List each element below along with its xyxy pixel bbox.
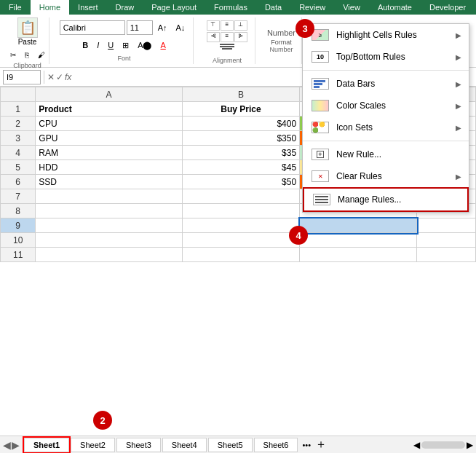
cut-button[interactable]: ✂ [7,47,20,62]
border-button[interactable]: ⊞ [119,38,132,52]
cell-c1[interactable]: Sell Price [300,102,417,117]
sheet-tab-sheet6[interactable]: Sheet6 [254,438,298,452]
cell-d10[interactable] [417,233,476,248]
cell-d5[interactable] [417,160,476,175]
cell-a8[interactable] [36,204,183,218]
tab-insert[interactable]: Insert [69,0,107,15]
cell-b2[interactable]: $400 [182,117,299,131]
conditional-formatting-button[interactable]: Conditional Formatting ▾ [314,28,429,54]
font-size-input[interactable] [127,20,153,35]
tab-view[interactable]: View [334,0,369,15]
sheet-tab-sheet3[interactable]: Sheet3 [116,438,161,452]
tab-automate[interactable]: Automate [369,0,421,15]
col-header-a[interactable]: A [36,87,183,102]
fill-color-button[interactable]: A⬤ [134,38,155,52]
cell-c7[interactable] [300,189,417,204]
align-middle-button[interactable]: ≡ [221,20,234,31]
cell-a2[interactable]: CPU [36,117,183,131]
italic-button[interactable]: I [93,38,103,52]
cell-a7[interactable] [36,189,183,204]
cell-b6[interactable]: $50 [182,175,299,189]
tab-draw[interactable]: Draw [107,0,143,15]
sheet-tab-sheet2[interactable]: Sheet2 [71,438,115,452]
tab-developer[interactable]: Developer [421,0,475,15]
font-color-button[interactable]: A [156,38,169,52]
tab-formulas[interactable]: Formulas [205,0,256,15]
align-right-button[interactable]: ⫸ [234,32,247,42]
cell-c5[interactable]: $40 [300,160,417,175]
cancel-formula-icon[interactable]: ✕ [47,72,55,82]
tab-file[interactable]: File [0,0,31,15]
cell-c9[interactable] [300,218,417,233]
font-name-input[interactable] [60,20,125,35]
col-header-d[interactable]: D [417,87,476,102]
cell-d11[interactable] [417,248,476,262]
tab-scroll-right-button[interactable]: ▶ [12,439,20,451]
sheet-tab-sheet5[interactable]: Sheet5 [208,438,253,452]
cell-a9[interactable] [36,218,183,233]
cell-a4[interactable]: RAM [36,146,183,160]
cell-c2[interactable]: $450 [300,117,417,131]
formula-input[interactable] [74,70,473,84]
format-painter-button[interactable]: 🖌 [34,47,49,62]
col-header-c[interactable]: C [300,87,417,102]
sheet-tab-sheet4[interactable]: Sheet4 [162,438,207,452]
cell-d7[interactable] [417,189,476,204]
cell-d2[interactable] [417,117,476,131]
tab-data[interactable]: Data [256,0,290,15]
cell-a1[interactable]: Product [36,102,183,117]
cell-a3[interactable]: GPU [36,131,183,146]
tab-scroll-left-button[interactable]: ◀ [3,439,11,451]
insert-function-icon[interactable]: fx [65,72,71,82]
copy-button[interactable]: ⎘ [21,47,33,62]
sheet-tab-sheet1[interactable]: Sheet1 [24,438,69,452]
confirm-formula-icon[interactable]: ✓ [56,72,63,82]
cell-d4[interactable] [417,146,476,160]
cell-reference-input[interactable] [3,70,41,84]
cell-b7[interactable] [182,189,299,204]
cell-c8[interactable] [300,204,417,218]
tab-pagelayout[interactable]: Page Layout [143,0,205,15]
cell-b10[interactable] [182,233,299,248]
cell-d8[interactable] [417,204,476,218]
col-header-b[interactable]: B [182,87,299,102]
cell-b9[interactable] [182,218,299,233]
tab-more-button[interactable]: ••• [302,441,311,449]
cell-d3[interactable] [417,131,476,146]
cell-c6[interactable]: $35 [300,175,417,189]
cell-d9[interactable] [417,218,476,233]
tab-review[interactable]: Review [290,0,334,15]
cell-b3[interactable]: $350 [182,131,299,146]
align-top-button[interactable]: ⊤ [207,20,220,31]
cell-c10[interactable] [300,233,417,248]
font-size-increase-button[interactable]: A↑ [154,20,171,35]
align-left-button[interactable]: ⫷ [207,32,220,42]
horizontal-scrollbar[interactable] [421,441,465,449]
cell-a10[interactable] [36,233,183,248]
tab-home[interactable]: Home [31,0,69,15]
paste-button[interactable]: 📋 Paste [17,17,38,46]
cell-d1[interactable] [417,102,476,117]
cell-c3[interactable]: $300 [300,131,417,146]
cell-b1[interactable]: Buy Price [182,102,299,117]
underline-button[interactable]: U [104,38,117,52]
cell-a6[interactable]: SSD [36,175,183,189]
scroll-left-icon[interactable]: ◀ [413,440,420,450]
cell-b11[interactable] [182,248,299,262]
cell-b4[interactable]: $35 [182,146,299,160]
cell-a5[interactable]: HDD [36,160,183,175]
cell-a11[interactable] [36,248,183,262]
tab-add-button[interactable]: ＋ [315,437,327,452]
cell-b5[interactable]: $45 [182,160,299,175]
align-bottom-button[interactable]: ⊥ [234,20,247,31]
font-size-decrease-button[interactable]: A↓ [172,20,189,35]
bold-button[interactable]: B [79,38,92,52]
align-center-button[interactable]: ≡ [221,32,234,42]
ribbon-tab-bar: File Home Insert Draw Page Layout Formul… [0,0,476,15]
cell-c4[interactable]: $45 [300,146,417,160]
cell-b8[interactable] [182,204,299,218]
cf-dropdown-arrow[interactable]: ▾ [420,36,424,44]
cell-c11[interactable] [300,248,417,262]
scroll-right-icon[interactable]: ▶ [467,440,473,450]
cell-d6[interactable] [417,175,476,189]
